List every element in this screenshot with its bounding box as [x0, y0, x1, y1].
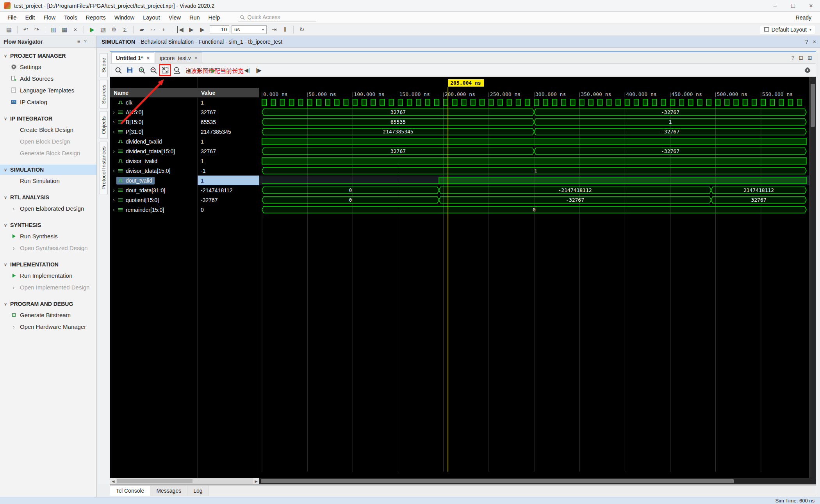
- redo-button[interactable]: ↷: [32, 25, 42, 34]
- fn-item-run-synthesis[interactable]: Run Synthesis: [0, 230, 96, 242]
- step-button[interactable]: ⇥: [269, 25, 279, 34]
- relaunch-button[interactable]: ↻: [297, 25, 307, 34]
- tab-ipcore-test-v[interactable]: ipcore_test.v×: [155, 52, 202, 63]
- fn-item-generate-block-design[interactable]: Generate Block Design: [0, 147, 96, 159]
- expand-chevron-icon[interactable]: ›: [111, 129, 116, 135]
- zoom-out-button[interactable]: [148, 65, 158, 75]
- vertical-scrollbar[interactable]: [809, 77, 816, 478]
- menu-help[interactable]: Help: [204, 14, 225, 21]
- run-flow-button[interactable]: ▶: [87, 25, 97, 34]
- fn-item-run-simulation[interactable]: Run Simulation: [0, 175, 96, 186]
- fn-item-open-hardware-manager[interactable]: ›Open Hardware Manager: [0, 321, 96, 332]
- quick-access-search[interactable]: Quick Access: [238, 13, 316, 21]
- doc-maximize-icon[interactable]: ⊞: [808, 55, 812, 61]
- signal-row-divisor-tvalid[interactable]: divisor_tvalid1: [110, 156, 259, 166]
- signal-row-dividend-tvalid[interactable]: dividend_tvalid1: [110, 137, 259, 146]
- menu-tools[interactable]: Tools: [60, 14, 82, 21]
- fn-item-create-block-design[interactable]: Create Block Design: [0, 124, 96, 135]
- signal-row-divisor-tdata-15-0[interactable]: ›divisor_tdata[15:0]-1: [110, 166, 259, 176]
- simbar-help-icon[interactable]: ?: [805, 39, 808, 45]
- signal-row-clk[interactable]: clk1: [110, 98, 259, 107]
- close-icon[interactable]: ×: [146, 55, 150, 61]
- settings-gear-button[interactable]: ⚙: [109, 25, 119, 34]
- flownav-toggle-icon[interactable]: ≡: [77, 39, 80, 44]
- side-tab-protocol-instances[interactable]: Protocol Instances: [100, 142, 108, 194]
- fn-item-open-elaborated-design[interactable]: ›Open Elaborated Design: [0, 202, 96, 214]
- side-tab-sources[interactable]: Sources: [100, 80, 108, 109]
- value-column-header[interactable]: Value: [198, 88, 259, 97]
- expand-chevron-icon[interactable]: ›: [111, 119, 116, 125]
- zoom-fit-button[interactable]: [160, 65, 170, 75]
- signal-row-remainder-15-0[interactable]: ›remainder[15:0]0: [110, 205, 259, 215]
- fn-item-ip-catalog[interactable]: IP Catalog: [0, 96, 96, 108]
- wave-canvas[interactable]: 0.000 ns50.000 ns100.000 ns150.000 ns200…: [259, 77, 809, 478]
- console-tab-log[interactable]: Log: [187, 486, 209, 496]
- menu-edit[interactable]: Edit: [21, 14, 39, 21]
- name-column-header[interactable]: Name: [110, 88, 198, 97]
- menu-view[interactable]: View: [164, 14, 185, 21]
- fn-item-run-implementation[interactable]: Run Implementation: [0, 270, 96, 281]
- simbar-close-icon[interactable]: ×: [813, 39, 816, 45]
- fn-section-title-synthesis[interactable]: ∨SYNTHESIS: [0, 220, 96, 230]
- signal-row-dout-tvalid[interactable]: dout_tvalid1: [110, 176, 259, 185]
- report-sum-button[interactable]: Σ: [120, 25, 130, 34]
- run-all-button[interactable]: ▶: [186, 25, 196, 34]
- fn-section-title-ip-integrator[interactable]: ∨IP INTEGRATOR: [0, 114, 96, 124]
- fn-item-language-templates[interactable]: Language Templates: [0, 84, 96, 96]
- expand-chevron-icon[interactable]: ›: [111, 168, 116, 174]
- delete-button[interactable]: ×: [70, 25, 80, 34]
- wave-h-scrollbar[interactable]: [259, 478, 816, 484]
- tab-untitled-1[interactable]: Untitled 1*×: [111, 52, 154, 63]
- search-button[interactable]: [113, 65, 123, 75]
- run-for-button[interactable]: ▶: [197, 25, 207, 34]
- probe-button[interactable]: +: [159, 25, 169, 34]
- zoom-to-cursor-button[interactable]: [172, 65, 182, 75]
- menu-run[interactable]: Run: [185, 14, 204, 21]
- names-h-scrollbar[interactable]: ◀ ▶: [110, 478, 259, 484]
- fn-item-open-synthesized-design[interactable]: ›Open Synthesized Design: [0, 242, 96, 254]
- doc-help-icon[interactable]: ?: [791, 55, 795, 61]
- save-waveform-button[interactable]: [125, 65, 135, 75]
- fn-item-generate-bitstream[interactable]: Generate Bitstream: [0, 309, 96, 321]
- wave-h-scrollbar-thumb[interactable]: [261, 479, 734, 483]
- flownav-minimize-icon[interactable]: –: [90, 39, 93, 44]
- signal-row-b-15-0[interactable]: ›B[15:0]65535: [110, 117, 259, 127]
- side-tab-objects[interactable]: Objects: [100, 112, 108, 139]
- maximize-button[interactable]: □: [784, 0, 802, 11]
- restart-sim-button[interactable]: ◀: [175, 25, 185, 34]
- fn-section-title-implementation[interactable]: ∨IMPLEMENTATION: [0, 259, 96, 270]
- signal-row-dividend-tdata-15-0[interactable]: ›dividend_tdata[15:0]32767: [110, 146, 259, 156]
- close-button[interactable]: ×: [802, 0, 820, 11]
- expand-chevron-icon[interactable]: ›: [111, 109, 116, 115]
- zoom-in-button[interactable]: [137, 65, 146, 75]
- console-tab-tcl-console[interactable]: Tcl Console: [110, 486, 150, 496]
- menu-layout[interactable]: Layout: [139, 14, 164, 21]
- menu-file[interactable]: File: [3, 14, 21, 21]
- next-marker-button[interactable]: |▶: [254, 65, 264, 75]
- side-tab-scope[interactable]: Scope: [100, 53, 108, 77]
- expand-chevron-icon[interactable]: ›: [111, 148, 116, 154]
- fn-item-open-implemented-design[interactable]: ›Open Implemented Design: [0, 281, 96, 293]
- fn-item-open-block-design[interactable]: Open Block Design: [0, 135, 96, 147]
- expand-chevron-icon[interactable]: ›: [111, 187, 116, 193]
- wave-settings-button[interactable]: [802, 65, 812, 75]
- signal-row-a-15-0[interactable]: ›A[15:0]32767: [110, 107, 259, 117]
- close-icon[interactable]: ×: [194, 55, 198, 61]
- fn-section-title-program-and-debug[interactable]: ∨PROGRAM AND DEBUG: [0, 299, 96, 309]
- run-time-input[interactable]: [210, 25, 229, 34]
- paste-button[interactable]: ▦: [59, 25, 70, 34]
- minimize-button[interactable]: –: [766, 0, 784, 11]
- edit-marker-button[interactable]: ▰: [137, 25, 147, 34]
- checkpoint-button[interactable]: ▧: [98, 25, 108, 34]
- doc-float-icon[interactable]: ⊡: [799, 55, 804, 61]
- fn-item-settings[interactable]: Settings: [0, 61, 96, 73]
- highlight-button[interactable]: ▱: [148, 25, 158, 34]
- scroll-right-icon[interactable]: ▶: [253, 479, 259, 483]
- flownav-help-icon[interactable]: ?: [84, 39, 87, 44]
- time-unit-select[interactable]: us ▾: [232, 25, 267, 34]
- fn-section-title-project-manager[interactable]: ∨PROJECT MANAGER: [0, 51, 96, 61]
- undo-button[interactable]: ↶: [21, 25, 31, 34]
- signal-row-p-31-0[interactable]: ›P[31:0]2147385345: [110, 127, 259, 137]
- pause-button[interactable]: ‖: [280, 25, 290, 34]
- signal-row-quotient-15-0[interactable]: ›quotient[15:0]-32767: [110, 195, 259, 205]
